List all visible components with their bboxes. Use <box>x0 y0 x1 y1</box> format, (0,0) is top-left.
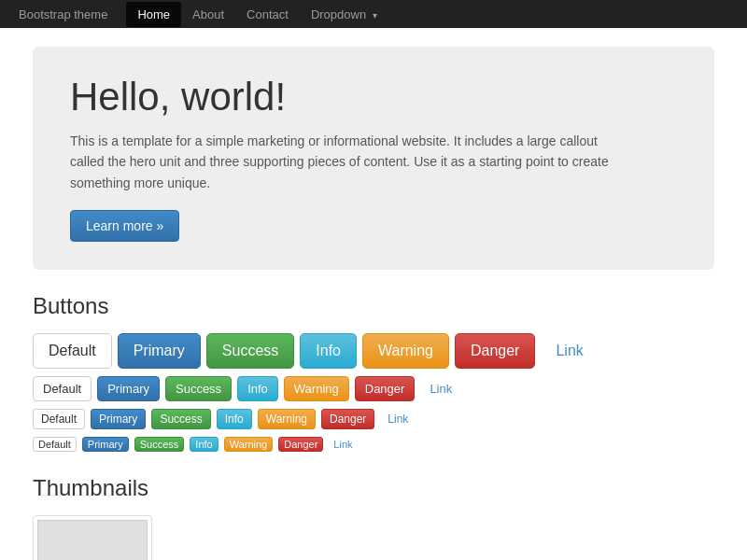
button-row-small: Default Primary Success Info Warning Dan… <box>33 409 714 429</box>
btn-success-sm[interactable]: Success <box>151 409 210 429</box>
btn-primary-xs[interactable]: Primary <box>82 437 129 452</box>
nav-link-contact[interactable]: Contact <box>235 2 300 27</box>
thumbnails-section-title: Thumbnails <box>33 475 714 501</box>
buttons-section: Buttons Default Primary Success Info War… <box>33 293 714 452</box>
btn-success-xs[interactable]: Success <box>134 437 185 452</box>
btn-link-lg[interactable]: Link <box>541 334 598 368</box>
btn-default-lg[interactable]: Default <box>33 333 112 369</box>
buttons-section-title: Buttons <box>33 293 714 319</box>
nav-item-about[interactable]: About <box>181 2 235 27</box>
btn-info-lg[interactable]: Info <box>300 333 357 369</box>
btn-warning-sm[interactable]: Warning <box>258 409 316 429</box>
btn-info-xs[interactable]: Info <box>190 437 218 452</box>
navbar: Bootstrap theme Home About Contact Dropd… <box>0 0 747 28</box>
btn-info-sm[interactable]: Info <box>217 409 252 429</box>
chevron-down-icon: ▾ <box>373 10 377 21</box>
nav-link-dropdown[interactable]: Dropdown ▾ <box>300 2 388 27</box>
hero-description: This is a template for a simple marketin… <box>70 131 612 193</box>
dropdown-label: Dropdown <box>311 7 366 21</box>
main-content: Hello, world! This is a template for a s… <box>19 28 728 560</box>
btn-success-md[interactable]: Success <box>165 376 232 401</box>
thumbnail-item[interactable]: 200x200 <box>33 515 152 560</box>
btn-default-sm[interactable]: Default <box>33 409 85 429</box>
hero-title: Hello, world! <box>70 75 677 119</box>
btn-danger-lg[interactable]: Danger <box>455 333 535 369</box>
btn-danger-sm[interactable]: Danger <box>321 409 374 429</box>
button-row-large: Default Primary Success Info Warning Dan… <box>33 333 714 369</box>
hero-unit: Hello, world! This is a template for a s… <box>33 47 714 270</box>
btn-primary-md[interactable]: Primary <box>97 376 160 401</box>
nav-item-dropdown[interactable]: Dropdown ▾ <box>300 2 388 27</box>
nav-item-contact[interactable]: Contact <box>235 2 300 27</box>
btn-info-md[interactable]: Info <box>237 376 278 401</box>
thumbnail-placeholder: 200x200 <box>37 520 148 560</box>
btn-danger-xs[interactable]: Danger <box>278 437 323 452</box>
button-row-medium: Default Primary Success Info Warning Dan… <box>33 376 714 401</box>
btn-primary-sm[interactable]: Primary <box>91 409 146 429</box>
btn-success-lg[interactable]: Success <box>206 333 294 369</box>
thumbnails-section: Thumbnails 200x200 <box>33 475 714 560</box>
nav-item-home[interactable]: Home <box>126 2 181 27</box>
nav-link-about[interactable]: About <box>181 2 235 27</box>
nav-link-home[interactable]: Home <box>126 2 181 27</box>
btn-warning-lg[interactable]: Warning <box>362 333 449 369</box>
btn-danger-md[interactable]: Danger <box>355 376 416 401</box>
btn-link-md[interactable]: Link <box>420 377 461 400</box>
btn-default-md[interactable]: Default <box>33 376 92 401</box>
btn-link-xs[interactable]: Link <box>329 438 357 451</box>
learn-more-button[interactable]: Learn more » <box>70 210 179 242</box>
btn-default-xs[interactable]: Default <box>33 437 77 452</box>
btn-primary-lg[interactable]: Primary <box>118 333 201 369</box>
navbar-brand[interactable]: Bootstrap theme <box>19 7 107 21</box>
btn-warning-xs[interactable]: Warning <box>224 437 274 452</box>
navbar-nav: Home About Contact Dropdown ▾ <box>126 2 388 27</box>
btn-link-sm[interactable]: Link <box>380 410 416 428</box>
btn-warning-md[interactable]: Warning <box>284 376 349 401</box>
button-row-xsmall: Default Primary Success Info Warning Dan… <box>33 437 714 452</box>
